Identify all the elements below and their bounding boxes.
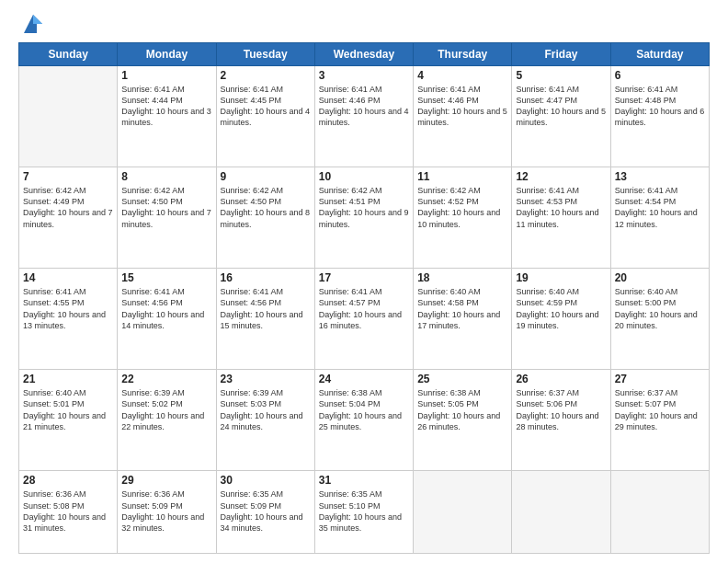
calendar-cell: 7Sunrise: 6:42 AM Sunset: 4:49 PM Daylig… [19,167,118,269]
calendar-cell: 31Sunrise: 6:35 AM Sunset: 5:10 PM Dayli… [314,471,413,554]
calendar-week-row: 28Sunrise: 6:36 AM Sunset: 5:08 PM Dayli… [19,471,710,554]
day-info: Sunrise: 6:39 AM Sunset: 5:02 PM Dayligh… [121,387,211,432]
calendar-cell: 22Sunrise: 6:39 AM Sunset: 5:02 PM Dayli… [118,370,216,471]
day-number: 21 [23,373,113,385]
day-info: Sunrise: 6:41 AM Sunset: 4:57 PM Dayligh… [319,286,409,331]
day-number: 15 [121,271,211,284]
day-number: 16 [221,271,311,284]
calendar-cell: 1Sunrise: 6:41 AM Sunset: 4:44 PM Daylig… [118,66,216,167]
day-info: Sunrise: 6:40 AM Sunset: 4:58 PM Dayligh… [417,286,507,331]
day-info: Sunrise: 6:38 AM Sunset: 5:04 PM Dayligh… [319,387,409,432]
day-number: 17 [319,271,409,284]
day-number: 30 [221,474,311,487]
calendar-cell: 5Sunrise: 6:41 AM Sunset: 4:47 PM Daylig… [512,66,610,167]
calendar-cell [414,471,512,554]
calendar-cell: 14Sunrise: 6:41 AM Sunset: 4:55 PM Dayli… [19,269,118,370]
day-number: 23 [221,373,311,385]
day-number: 9 [221,170,311,183]
day-number: 22 [121,373,211,385]
day-number: 28 [23,474,113,487]
day-number: 1 [121,69,211,82]
calendar-cell: 3Sunrise: 6:41 AM Sunset: 4:46 PM Daylig… [314,66,413,167]
header [18,15,710,37]
day-number: 2 [221,69,311,82]
day-of-week-header: Thursday [414,43,512,66]
day-info: Sunrise: 6:36 AM Sunset: 5:09 PM Dayligh… [121,488,211,534]
day-info: Sunrise: 6:41 AM Sunset: 4:47 PM Dayligh… [516,84,606,129]
day-number: 5 [516,69,606,82]
calendar-cell: 29Sunrise: 6:36 AM Sunset: 5:09 PM Dayli… [118,471,216,554]
calendar-cell: 24Sunrise: 6:38 AM Sunset: 5:04 PM Dayli… [314,370,413,471]
calendar-cell [610,471,709,554]
day-info: Sunrise: 6:41 AM Sunset: 4:48 PM Dayligh… [615,84,705,129]
day-number: 26 [516,373,606,385]
calendar-cell: 25Sunrise: 6:38 AM Sunset: 5:05 PM Dayli… [414,370,512,471]
day-info: Sunrise: 6:41 AM Sunset: 4:55 PM Dayligh… [23,286,113,331]
day-number: 20 [615,271,705,284]
day-info: Sunrise: 6:41 AM Sunset: 4:56 PM Dayligh… [221,286,311,331]
day-number: 18 [417,271,507,284]
day-number: 25 [417,373,507,385]
day-number: 19 [516,271,606,284]
calendar-week-row: 14Sunrise: 6:41 AM Sunset: 4:55 PM Dayli… [19,269,710,370]
day-number: 11 [417,170,507,183]
calendar-cell: 18Sunrise: 6:40 AM Sunset: 4:58 PM Dayli… [414,269,512,370]
calendar-cell: 12Sunrise: 6:41 AM Sunset: 4:53 PM Dayli… [512,167,610,269]
calendar-cell: 11Sunrise: 6:42 AM Sunset: 4:52 PM Dayli… [414,167,512,269]
calendar-cell: 21Sunrise: 6:40 AM Sunset: 5:01 PM Dayli… [19,370,118,471]
day-info: Sunrise: 6:42 AM Sunset: 4:49 PM Dayligh… [23,185,113,230]
calendar-cell [512,471,610,554]
day-info: Sunrise: 6:35 AM Sunset: 5:10 PM Dayligh… [319,488,409,534]
day-number: 24 [319,373,409,385]
calendar-cell: 17Sunrise: 6:41 AM Sunset: 4:57 PM Dayli… [314,269,413,370]
day-of-week-header: Friday [512,43,610,66]
calendar: SundayMondayTuesdayWednesdayThursdayFrid… [18,42,710,554]
day-info: Sunrise: 6:41 AM Sunset: 4:45 PM Dayligh… [221,84,311,129]
calendar-cell: 9Sunrise: 6:42 AM Sunset: 4:50 PM Daylig… [216,167,314,269]
logo [18,15,46,37]
calendar-cell: 20Sunrise: 6:40 AM Sunset: 5:00 PM Dayli… [610,269,709,370]
logo-icon [20,11,46,37]
day-number: 31 [319,474,409,487]
calendar-cell: 19Sunrise: 6:40 AM Sunset: 4:59 PM Dayli… [512,269,610,370]
day-info: Sunrise: 6:40 AM Sunset: 5:00 PM Dayligh… [615,286,705,331]
calendar-cell [19,66,118,167]
calendar-cell: 10Sunrise: 6:42 AM Sunset: 4:51 PM Dayli… [314,167,413,269]
day-info: Sunrise: 6:41 AM Sunset: 4:54 PM Dayligh… [615,185,705,230]
calendar-cell: 13Sunrise: 6:41 AM Sunset: 4:54 PM Dayli… [610,167,709,269]
day-info: Sunrise: 6:41 AM Sunset: 4:44 PM Dayligh… [121,84,211,129]
day-info: Sunrise: 6:41 AM Sunset: 4:46 PM Dayligh… [417,84,507,129]
calendar-cell: 30Sunrise: 6:35 AM Sunset: 5:09 PM Dayli… [216,471,314,554]
calendar-cell: 2Sunrise: 6:41 AM Sunset: 4:45 PM Daylig… [216,66,314,167]
calendar-cell: 16Sunrise: 6:41 AM Sunset: 4:56 PM Dayli… [216,269,314,370]
day-info: Sunrise: 6:40 AM Sunset: 5:01 PM Dayligh… [23,387,113,432]
day-of-week-header: Monday [118,43,216,66]
day-info: Sunrise: 6:40 AM Sunset: 4:59 PM Dayligh… [516,286,606,331]
day-info: Sunrise: 6:42 AM Sunset: 4:51 PM Dayligh… [319,185,409,230]
day-number: 27 [615,373,705,385]
day-number: 10 [319,170,409,183]
day-number: 14 [23,271,113,284]
day-number: 8 [121,170,211,183]
calendar-cell: 8Sunrise: 6:42 AM Sunset: 4:50 PM Daylig… [118,167,216,269]
day-info: Sunrise: 6:42 AM Sunset: 4:52 PM Dayligh… [417,185,507,230]
day-info: Sunrise: 6:41 AM Sunset: 4:53 PM Dayligh… [516,185,606,230]
calendar-cell: 27Sunrise: 6:37 AM Sunset: 5:07 PM Dayli… [610,370,709,471]
day-info: Sunrise: 6:42 AM Sunset: 4:50 PM Dayligh… [121,185,211,230]
calendar-week-row: 7Sunrise: 6:42 AM Sunset: 4:49 PM Daylig… [19,167,710,269]
calendar-week-row: 21Sunrise: 6:40 AM Sunset: 5:01 PM Dayli… [19,370,710,471]
day-number: 3 [319,69,409,82]
day-number: 4 [417,69,507,82]
day-of-week-header: Wednesday [314,43,413,66]
calendar-cell: 15Sunrise: 6:41 AM Sunset: 4:56 PM Dayli… [118,269,216,370]
day-number: 29 [121,474,211,487]
day-info: Sunrise: 6:39 AM Sunset: 5:03 PM Dayligh… [221,387,311,432]
day-info: Sunrise: 6:41 AM Sunset: 4:46 PM Dayligh… [319,84,409,129]
svg-marker-1 [33,15,42,24]
page: SundayMondayTuesdayWednesdayThursdayFrid… [0,0,728,563]
days-of-week-row: SundayMondayTuesdayWednesdayThursdayFrid… [19,43,710,66]
day-info: Sunrise: 6:41 AM Sunset: 4:56 PM Dayligh… [121,286,211,331]
day-of-week-header: Saturday [610,43,709,66]
calendar-week-row: 1Sunrise: 6:41 AM Sunset: 4:44 PM Daylig… [19,66,710,167]
calendar-cell: 26Sunrise: 6:37 AM Sunset: 5:06 PM Dayli… [512,370,610,471]
